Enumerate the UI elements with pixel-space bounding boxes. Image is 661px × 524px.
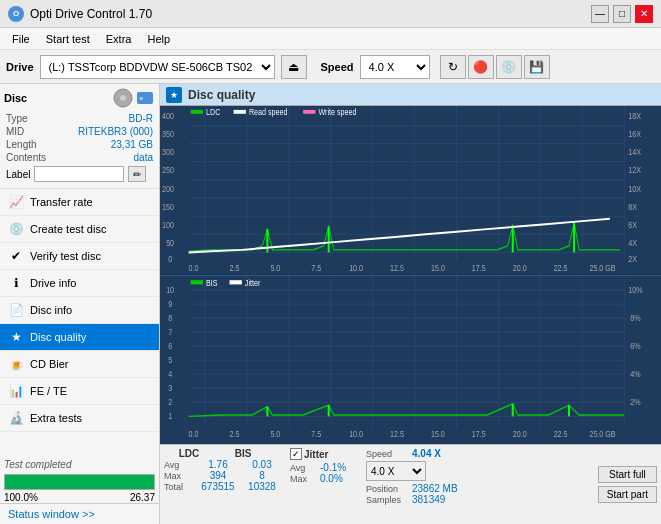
svg-text:15.0: 15.0 — [431, 428, 445, 439]
speed-label-stat: Speed — [366, 449, 408, 459]
close-button[interactable]: ✕ — [635, 5, 653, 23]
save-button[interactable]: 💾 — [524, 55, 550, 79]
ldc-total: 673515 — [198, 481, 238, 492]
drive-bar: Drive (L:) TSSTcorp BDDVDW SE-506CB TS02… — [0, 50, 661, 84]
speed-select[interactable]: 4.0 X — [360, 55, 430, 79]
sidebar-item-extra-tests[interactable]: 🔬 Extra tests — [0, 405, 159, 432]
svg-text:25.0 GB: 25.0 GB — [589, 263, 616, 273]
svg-text:0.0: 0.0 — [189, 263, 199, 273]
verify-test-disc-icon: ✔ — [8, 248, 24, 264]
disc-label-input[interactable] — [34, 166, 124, 182]
sidebar-item-disc-quality[interactable]: ★ Disc quality — [0, 324, 159, 351]
max-label: Max — [164, 471, 194, 481]
sidebar-item-fe-te[interactable]: 📊 FE / TE — [0, 378, 159, 405]
bis-avg: 0.03 — [242, 459, 282, 470]
svg-text:8X: 8X — [628, 202, 637, 212]
drive-select[interactable]: (L:) TSSTcorp BDDVDW SE-506CB TS02 — [40, 55, 275, 79]
sidebar-item-disc-info[interactable]: 📄 Disc info — [0, 297, 159, 324]
svg-text:25.0 GB: 25.0 GB — [589, 428, 615, 439]
jitter-checkbox[interactable]: ✓ — [290, 448, 302, 460]
svg-text:10X: 10X — [628, 184, 641, 194]
chart2-container: 10 9 8 7 6 5 4 3 2 1 10% 8% 6% 4% 2% — [160, 276, 661, 445]
svg-text:2%: 2% — [630, 396, 641, 407]
sidebar-item-create-test-disc[interactable]: 💿 Create test disc — [0, 216, 159, 243]
sidebar-item-drive-info[interactable]: ℹ Drive info — [0, 270, 159, 297]
menu-file[interactable]: File — [4, 31, 38, 47]
svg-text:5.0: 5.0 — [270, 428, 280, 439]
bis-max: 8 — [242, 470, 282, 481]
main-layout: Disc ≡ Type BD-R MID RITEKBR3 (000) — [0, 84, 661, 524]
position-val: 23862 MB — [412, 483, 458, 494]
stats-bar: LDC BIS Avg 1.76 0.03 Max 394 8 Total 67… — [160, 444, 661, 524]
svg-text:22.5: 22.5 — [554, 263, 568, 273]
svg-text:Read speed: Read speed — [249, 107, 288, 117]
charts-area: 400 350 300 250 200 150 100 50 0 18X 16X… — [160, 106, 661, 444]
svg-text:2: 2 — [168, 396, 172, 407]
menu-start-test[interactable]: Start test — [38, 31, 98, 47]
fe-te-icon: 📊 — [8, 383, 24, 399]
svg-text:1: 1 — [168, 410, 172, 421]
create-test-disc-icon: 💿 — [8, 221, 24, 237]
menu-extra[interactable]: Extra — [98, 31, 140, 47]
progress-pct: 100.0% — [4, 492, 38, 503]
svg-text:300: 300 — [162, 147, 174, 157]
svg-text:6X: 6X — [628, 220, 637, 230]
svg-text:14X: 14X — [628, 147, 641, 157]
svg-text:8%: 8% — [630, 311, 641, 322]
disc-label-button[interactable]: ✏ — [128, 166, 146, 182]
eject-button[interactable]: ⏏ — [281, 55, 307, 79]
speed-stat-select[interactable]: 4.0 X — [366, 461, 426, 481]
svg-text:6: 6 — [168, 339, 172, 350]
disc-label-row: Label ✏ — [4, 164, 155, 184]
disc-quality-title: Disc quality — [188, 88, 255, 102]
svg-text:100: 100 — [162, 220, 174, 230]
total-label: Total — [164, 482, 194, 492]
svg-rect-115 — [191, 280, 203, 284]
disc-settings-icon[interactable]: ≡ — [135, 88, 155, 108]
svg-rect-117 — [230, 280, 242, 284]
sidebar-item-cd-bier[interactable]: 🍺 CD Bier — [0, 351, 159, 378]
ldc-max: 394 — [198, 470, 238, 481]
disc-header: Disc ≡ — [4, 88, 155, 108]
svg-text:12.5: 12.5 — [390, 428, 404, 439]
drive-label: Drive — [6, 61, 34, 73]
burn-button[interactable]: 🔴 — [468, 55, 494, 79]
disc-button[interactable]: 💿 — [496, 55, 522, 79]
svg-text:4X: 4X — [628, 238, 637, 248]
maximize-button[interactable]: □ — [613, 5, 631, 23]
svg-text:4: 4 — [168, 367, 172, 378]
svg-text:10.0: 10.0 — [349, 263, 363, 273]
sidebar-item-verify-test-disc[interactable]: ✔ Verify test disc — [0, 243, 159, 270]
minimize-button[interactable]: — — [591, 5, 609, 23]
svg-text:0: 0 — [168, 254, 172, 264]
samples-val: 381349 — [412, 494, 445, 505]
start-full-button[interactable]: Start full — [598, 466, 657, 483]
position-label: Position — [366, 484, 408, 494]
title-bar-controls: — □ ✕ — [591, 5, 653, 23]
svg-text:200: 200 — [162, 184, 174, 194]
svg-text:LDC: LDC — [206, 107, 220, 117]
status-window-link[interactable]: Status window >> — [0, 503, 159, 524]
svg-point-1 — [120, 95, 126, 101]
start-part-button[interactable]: Start part — [598, 486, 657, 503]
svg-text:400: 400 — [162, 111, 174, 121]
svg-text:12X: 12X — [628, 166, 641, 176]
menu-help[interactable]: Help — [139, 31, 178, 47]
refresh-button[interactable]: ↻ — [440, 55, 466, 79]
svg-text:BIS: BIS — [206, 276, 218, 287]
sidebar-item-transfer-rate[interactable]: 📈 Transfer rate — [0, 189, 159, 216]
ldc-header: LDC — [164, 448, 214, 459]
disc-title: Disc — [4, 92, 27, 104]
svg-text:10.0: 10.0 — [349, 428, 363, 439]
svg-text:17.5: 17.5 — [472, 263, 486, 273]
svg-text:3: 3 — [168, 381, 172, 392]
svg-text:0.0: 0.0 — [189, 428, 199, 439]
progress-bar — [5, 475, 154, 489]
cd-bier-icon: 🍺 — [8, 356, 24, 372]
sidebar: Disc ≡ Type BD-R MID RITEKBR3 (000) — [0, 84, 160, 524]
svg-text:150: 150 — [162, 202, 174, 212]
svg-text:9: 9 — [168, 297, 172, 308]
svg-text:12.5: 12.5 — [390, 263, 404, 273]
svg-text:50: 50 — [166, 238, 174, 248]
svg-text:16X: 16X — [628, 129, 641, 139]
